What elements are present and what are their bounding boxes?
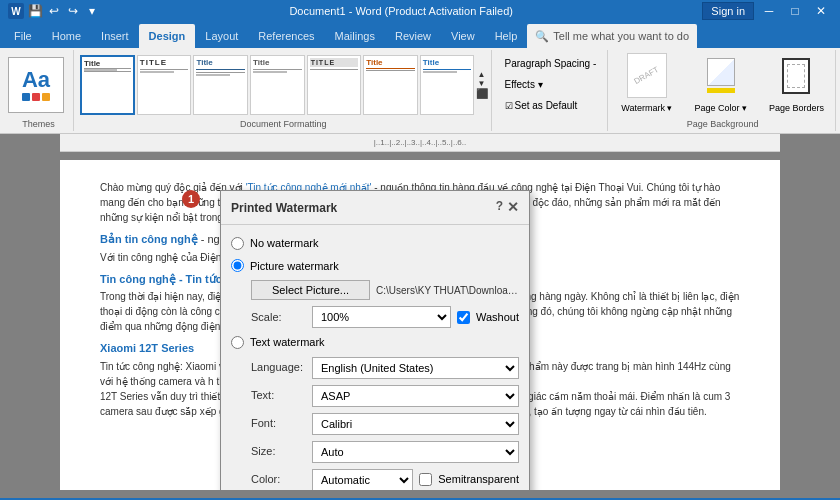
no-watermark-option[interactable]: No watermark xyxy=(231,235,519,252)
ruler-container: |..1..|..2..|..3..|..4..|..5..|..6.. xyxy=(0,134,840,152)
watermark-icon[interactable]: DRAFT xyxy=(627,53,667,98)
customize-quick-btn[interactable]: ▾ xyxy=(84,3,100,19)
document-formatting-group: Title TITLE Title xyxy=(76,50,492,131)
language-row: Language: English (United States) xyxy=(231,357,519,379)
save-quick-btn[interactable]: 💾 xyxy=(27,3,43,19)
themes-button[interactable]: Aa xyxy=(8,57,64,113)
text-label: Text: xyxy=(251,387,306,404)
text-watermark-option[interactable]: Text watermark xyxy=(231,334,519,351)
scale-row: Scale: 100% Washout xyxy=(231,306,519,328)
tab-file[interactable]: File xyxy=(4,24,42,48)
format-sample-4[interactable]: Title xyxy=(250,55,305,115)
font-row: Font: Calibri xyxy=(231,413,519,435)
scale-select[interactable]: 100% xyxy=(312,306,451,328)
title-bar: W 💾 ↩ ↪ ▾ Document1 - Word (Product Acti… xyxy=(0,0,840,22)
dialog-body: No watermark Picture watermark Select Pi… xyxy=(221,225,529,490)
undo-quick-btn[interactable]: ↩ xyxy=(46,3,62,19)
page-borders-icon xyxy=(782,58,810,94)
paragraph-spacing-button[interactable]: Paragraph Spacing - xyxy=(498,55,604,72)
scale-label: Scale: xyxy=(251,309,306,326)
format-scroll-arrows[interactable]: ▲ ▼ ⬛ xyxy=(477,70,487,99)
tab-help[interactable]: Help xyxy=(485,24,528,48)
effects-button[interactable]: Effects ▾ xyxy=(498,76,550,93)
document-area: Chào mừng quý độc giả đến với 'Tin tức c… xyxy=(0,152,840,498)
language-label: Language: xyxy=(251,359,306,376)
color-select[interactable]: Automatic xyxy=(312,469,413,491)
format-sample-6[interactable]: Title xyxy=(363,55,418,115)
printed-watermark-dialog: Printed Watermark ? ✕ No watermark Pictu… xyxy=(220,190,530,490)
window-title: Document1 - Word (Product Activation Fai… xyxy=(100,5,702,17)
paragraph-spacing-group: Paragraph Spacing - Effects ▾ ☑ Set as D… xyxy=(494,50,609,131)
select-picture-btn[interactable]: Select Picture... xyxy=(251,280,370,300)
minimize-button[interactable]: ─ xyxy=(758,2,780,20)
document-page[interactable]: Chào mừng quý độc giả đến với 'Tin tức c… xyxy=(60,160,780,490)
close-button[interactable]: ✕ xyxy=(810,2,832,20)
format-sample-5[interactable]: TITLE xyxy=(307,55,362,115)
page-borders-section: Page Borders xyxy=(762,53,831,116)
format-sample-3[interactable]: Title xyxy=(193,55,248,115)
font-select[interactable]: Calibri xyxy=(312,413,519,435)
page-color-section: Page Color ▾ xyxy=(687,53,754,116)
maximize-button[interactable]: □ xyxy=(784,2,806,20)
sign-in-button[interactable]: Sign in xyxy=(702,2,754,20)
ribbon-content: Aa Themes Title xyxy=(0,48,840,134)
text-select[interactable]: ASAP xyxy=(312,385,519,407)
redo-quick-btn[interactable]: ↪ xyxy=(65,3,81,19)
dialog-title: Printed Watermark ? ✕ xyxy=(221,191,529,225)
dialog-help-btn[interactable]: ? xyxy=(496,197,503,218)
tab-mailings[interactable]: Mailings xyxy=(325,24,385,48)
ruler: |..1..|..2..|..3..|..4..|..5..|..6.. xyxy=(60,134,780,152)
watermark-button[interactable]: Watermark ▾ xyxy=(614,100,679,116)
language-select[interactable]: English (United States) xyxy=(312,357,519,379)
color-label: Color: xyxy=(251,471,306,488)
select-picture-row: Select Picture... C:\Users\KY THUAT\Down… xyxy=(231,280,519,300)
word-logo: W xyxy=(8,3,24,19)
file-path-label: C:\Users\KY THUAT\Downloads\dltv.2181eec… xyxy=(376,283,519,298)
format-sample-1[interactable]: Title xyxy=(80,55,135,115)
size-label: Size: xyxy=(251,443,306,460)
picture-watermark-option[interactable]: Picture watermark xyxy=(231,258,519,275)
page-color-button[interactable]: Page Color ▾ xyxy=(687,100,754,116)
tab-review[interactable]: Review xyxy=(385,24,441,48)
themes-label: Themes xyxy=(4,119,73,129)
ribbon-tabs: File Home Insert Design Layout Reference… xyxy=(0,22,840,48)
dialog-close-btn[interactable]: ✕ xyxy=(507,197,519,218)
format-samples: Title TITLE Title xyxy=(80,55,475,115)
washout-checkbox[interactable] xyxy=(457,311,470,324)
text-row: Text: ASAP xyxy=(231,385,519,407)
quick-access-toolbar: W 💾 ↩ ↪ ▾ xyxy=(8,3,100,19)
tell-me-input[interactable]: 🔍 Tell me what you want to do xyxy=(527,24,697,48)
set-default-button[interactable]: ☑ Set as Default xyxy=(498,97,585,114)
tab-view[interactable]: View xyxy=(441,24,485,48)
semitransparent-checkbox[interactable] xyxy=(419,473,432,486)
title-bar-left: W 💾 ↩ ↪ ▾ xyxy=(8,3,100,19)
format-sample-2[interactable]: TITLE xyxy=(137,55,192,115)
themes-group: Aa Themes xyxy=(4,50,74,131)
page-background-label: Page Background xyxy=(610,119,835,129)
tab-design[interactable]: Design xyxy=(139,24,196,48)
size-row: Size: Auto xyxy=(231,441,519,463)
page-color-icon xyxy=(707,58,735,86)
tab-insert[interactable]: Insert xyxy=(91,24,139,48)
size-select[interactable]: Auto xyxy=(312,441,519,463)
watermark-section: DRAFT Watermark ▾ xyxy=(614,53,679,116)
tab-references[interactable]: References xyxy=(248,24,324,48)
washout-label: Washout xyxy=(476,309,519,326)
page-borders-button[interactable]: Page Borders xyxy=(762,100,831,116)
tab-home[interactable]: Home xyxy=(42,24,91,48)
document-formatting-label: Document Formatting xyxy=(76,119,491,129)
semitransparent-label: Semitransparent xyxy=(438,471,519,488)
badge-1: 1 xyxy=(182,190,200,208)
page-background-group: DRAFT Watermark ▾ Page Color ▾ xyxy=(610,50,836,131)
format-sample-7[interactable]: Title xyxy=(420,55,475,115)
tab-layout[interactable]: Layout xyxy=(195,24,248,48)
font-label: Font: xyxy=(251,415,306,432)
title-bar-right: Sign in ─ □ ✕ xyxy=(702,2,832,20)
color-row: Color: Automatic Semitransparent xyxy=(231,469,519,491)
